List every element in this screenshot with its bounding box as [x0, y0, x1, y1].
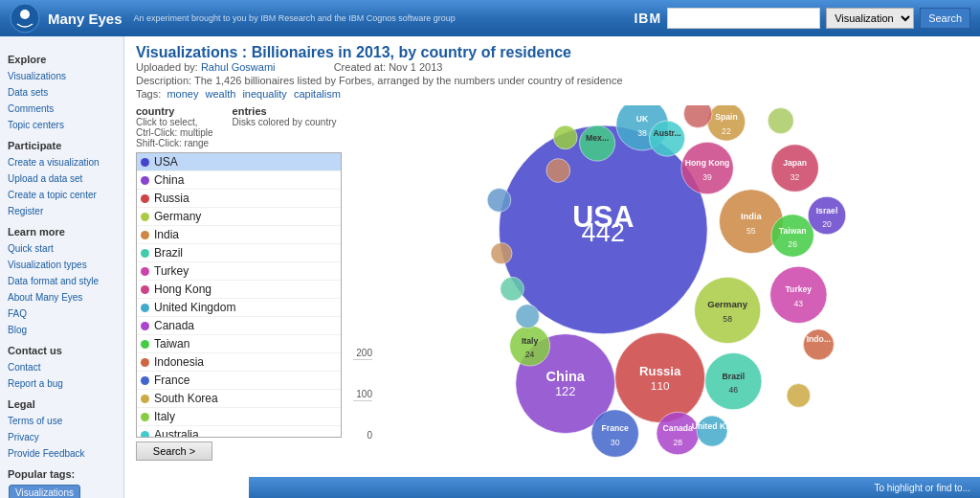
svg-text:Italy: Italy: [522, 336, 538, 346]
sidebar-link-contact[interactable]: Contact: [8, 360, 116, 374]
country-col-sub3: Shift-Click: range: [136, 138, 213, 148]
sidebar-link-datasets[interactable]: Data sets: [8, 85, 116, 100]
country-item[interactable]: Brazil: [137, 244, 341, 262]
svg-point-67: [487, 189, 511, 213]
scale-100: 100: [353, 389, 372, 400]
svg-text:UK: UK: [636, 114, 649, 124]
svg-text:Canada: Canada: [663, 423, 693, 433]
sidebar-link-terms[interactable]: Terms of use: [8, 414, 116, 428]
bubble-mex---[interactable]: Mex...: [580, 125, 615, 161]
sidebar-link-faq[interactable]: FAQ: [8, 306, 116, 321]
country-item[interactable]: China: [137, 171, 341, 190]
tag-wealth[interactable]: wealth: [206, 88, 236, 100]
bubble-swi---[interactable]: [501, 277, 524, 301]
sidebar-link-data-format[interactable]: Data format and style: [8, 274, 116, 288]
bubble-austr---[interactable]: Austr...: [650, 121, 685, 156]
country-item[interactable]: Australia: [137, 426, 341, 437]
country-listbox[interactable]: USAChinaRussiaGermanyIndiaBrazilTurkeyHo…: [137, 153, 341, 437]
app-tagline: An experiment brought to you by IBM Rese…: [134, 13, 456, 23]
breadcrumb-separator: :: [237, 44, 251, 60]
country-item[interactable]: Taiwan: [137, 335, 341, 353]
bottom-bar: To highlight or find to...: [249, 477, 980, 498]
bubble-turkey[interactable]: Turkey43: [770, 266, 827, 323]
country-item[interactable]: Hong Kong: [137, 281, 341, 299]
country-item[interactable]: Russia: [137, 190, 341, 208]
tag-visualizations-btn[interactable]: Visualizations: [9, 485, 80, 498]
svg-text:442: 442: [582, 217, 625, 247]
bubble-israel[interactable]: Israel20: [808, 196, 846, 235]
bubble-mal---[interactable]: [553, 125, 577, 149]
sidebar-link-create-topic[interactable]: Create a topic center: [8, 188, 116, 202]
sidebar-link-viz-types[interactable]: Visualization types: [8, 258, 116, 272]
bubble-japan[interactable]: Japan32: [771, 145, 818, 192]
tag-capitalism[interactable]: capitalism: [294, 88, 341, 100]
svg-text:Hong Kong: Hong Kong: [685, 158, 730, 168]
country-item[interactable]: Italy: [137, 408, 341, 426]
bubble-swe---[interactable]: [516, 305, 540, 328]
bubble-phi---[interactable]: [546, 159, 570, 183]
bubble-taiwan[interactable]: Taiwan26: [771, 215, 814, 258]
meta-description: Description: The 1,426 billionaires list…: [136, 75, 969, 86]
svg-point-70: [491, 242, 512, 263]
header-search-input[interactable]: [667, 8, 820, 29]
country-item[interactable]: Indonesia: [137, 353, 341, 372]
bubble-brazil[interactable]: Brazil46: [705, 352, 762, 409]
country-item[interactable]: Turkey: [137, 262, 341, 281]
sidebar-link-upload-data[interactable]: Upload a data set: [8, 171, 116, 186]
country-item[interactable]: France: [137, 372, 341, 390]
bubble-spain[interactable]: Spain22: [707, 105, 746, 141]
country-item[interactable]: Germany: [137, 208, 341, 226]
bubble-sin---[interactable]: [491, 242, 512, 263]
viz-type-select[interactable]: Visualization: [826, 8, 914, 29]
svg-text:Israel: Israel: [816, 206, 838, 215]
bubble-france[interactable]: France30: [591, 410, 638, 457]
tag-inequality[interactable]: inequality: [242, 88, 286, 100]
sidebar-link-privacy[interactable]: Privacy: [8, 430, 116, 444]
tags-row: Tags: money wealth inequality capitalism: [136, 88, 969, 100]
svg-point-31: [705, 352, 762, 409]
search-list-button[interactable]: Search >: [136, 441, 212, 461]
sidebar-link-register[interactable]: Register: [8, 204, 116, 218]
svg-point-55: [510, 326, 550, 366]
svg-text:58: 58: [723, 314, 732, 324]
sidebar-link-comments[interactable]: Comments: [8, 102, 116, 116]
country-item[interactable]: South Korea: [137, 390, 341, 408]
sidebar-link-blog[interactable]: Blog: [8, 323, 116, 337]
bubble-th---[interactable]: [768, 107, 793, 133]
sidebar-link-report-bug[interactable]: Report a bug: [8, 376, 116, 391]
bubble-indo---[interactable]: Indo...: [803, 329, 834, 360]
sidebar-link-visualizations[interactable]: Visualizations: [8, 69, 116, 83]
bubble-russia[interactable]: Russia110: [615, 332, 705, 422]
sidebar-link-quick-start[interactable]: Quick start: [8, 241, 116, 256]
bubble-italy[interactable]: Italy24: [510, 326, 550, 366]
bubble-peru[interactable]: [487, 189, 511, 213]
country-item[interactable]: Canada: [137, 317, 341, 335]
svg-text:India: India: [741, 212, 763, 221]
svg-point-66: [768, 107, 793, 133]
uploaded-by-link[interactable]: Rahul Goswami: [201, 61, 276, 73]
svg-point-72: [516, 305, 540, 328]
svg-text:Turkey: Turkey: [785, 284, 812, 294]
svg-text:20: 20: [822, 219, 832, 229]
breadcrumb-link[interactable]: Visualizations: [136, 44, 237, 60]
ibm-logo: IBM: [634, 11, 661, 26]
entries-col-header: entries Disks colored by country: [233, 105, 337, 148]
sidebar-link-about[interactable]: About Many Eyes: [8, 290, 116, 305]
sidebar-link-feedback[interactable]: Provide Feedback: [8, 446, 116, 461]
svg-text:Austr...: Austr...: [653, 128, 680, 138]
tag-money[interactable]: money: [167, 88, 198, 100]
bubble-united-k---[interactable]: United K...: [692, 416, 733, 446]
bubble-hong-kong[interactable]: Hong Kong39: [681, 142, 733, 193]
country-item[interactable]: USA: [137, 153, 341, 171]
sidebar-link-topic-centers[interactable]: Topic centers: [8, 118, 116, 132]
svg-text:26: 26: [788, 239, 797, 249]
header-search-button[interactable]: Search: [920, 8, 970, 29]
country-item[interactable]: United Kingdom: [137, 299, 341, 317]
svg-point-63: [650, 121, 685, 156]
bubble-south----[interactable]: [787, 384, 811, 408]
sidebar-link-create-viz[interactable]: Create a visualization: [8, 155, 116, 170]
bubble-germany[interactable]: Germany58: [695, 277, 761, 343]
bubble-canada[interactable]: Canada28: [657, 412, 700, 455]
logo-area: Many Eyes An experiment brought to you b…: [10, 3, 456, 34]
country-item[interactable]: India: [137, 226, 341, 244]
